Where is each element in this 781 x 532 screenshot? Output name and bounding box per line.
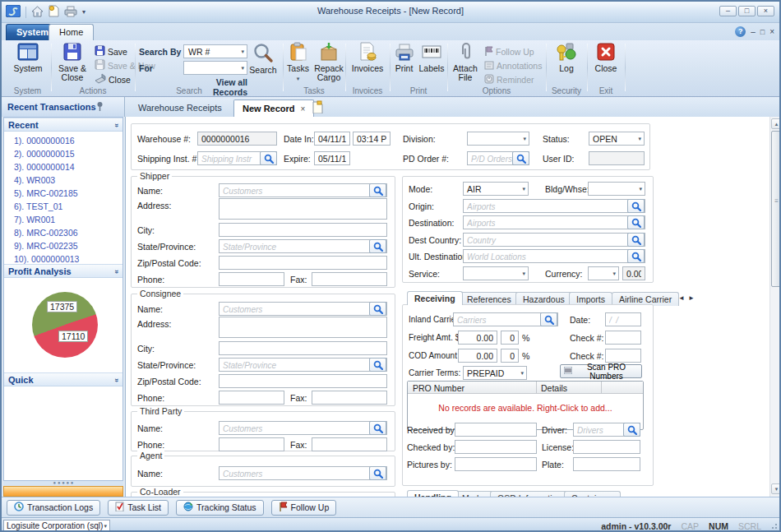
destination-field[interactable]	[463, 215, 645, 229]
resize-grip[interactable]	[769, 524, 777, 531]
shipper-state-field[interactable]	[219, 239, 387, 253]
expire-field[interactable]	[314, 151, 350, 165]
recent-item[interactable]: 1). 0000000016	[14, 136, 75, 146]
plate-field[interactable]	[573, 457, 640, 471]
third-party-fax-field[interactable]	[312, 437, 387, 451]
search-button[interactable]: Search	[246, 42, 280, 75]
shipper-phone-field[interactable]	[219, 272, 284, 286]
carrier-terms-combo[interactable]: PREPAID▾	[463, 366, 527, 380]
recent-item[interactable]: 9). MRC-002235	[14, 241, 78, 251]
lookup-icon[interactable]	[627, 233, 645, 247]
lookup-icon[interactable]	[512, 151, 529, 165]
minimize-button[interactable]: –	[719, 6, 737, 16]
recent-item[interactable]: 5). MRC-002185	[14, 188, 78, 198]
third-party-phone-field[interactable]	[219, 437, 284, 451]
recent-item[interactable]: 10). 0000000013	[14, 254, 79, 264]
transaction-logs-button[interactable]: Transaction Logs	[7, 500, 100, 516]
freight-amt-field[interactable]	[458, 331, 497, 345]
save-close-button[interactable]: Save & Close	[53, 42, 91, 82]
vertical-scrollbar[interactable]: ▲ ≡ ▼	[769, 117, 781, 497]
print-button[interactable]: Print	[390, 42, 418, 73]
tab-scroll-left-icon[interactable]: ◄	[678, 294, 685, 302]
receiving-date-field[interactable]	[605, 312, 641, 326]
task-list-button[interactable]: Task List	[108, 500, 169, 516]
tasks-button[interactable]: Tasks ▾	[284, 42, 312, 83]
collapse-icon[interactable]: »	[113, 377, 121, 381]
tab-home[interactable]: Home	[49, 24, 94, 40]
division-combo[interactable]: ▾	[467, 132, 529, 146]
shipper-fax-field[interactable]	[312, 272, 387, 286]
tab-marks[interactable]: Marks	[455, 491, 493, 497]
tab-containers[interactable]: Containers	[564, 491, 621, 497]
mode-combo[interactable]: AIR▾	[463, 182, 529, 196]
consignee-phone-field[interactable]	[219, 391, 284, 405]
follow-up-button[interactable]: Follow Up	[271, 500, 337, 516]
recent-item[interactable]: 6). TEST_01	[14, 201, 62, 211]
attach-file-button[interactable]: Attach File	[450, 42, 481, 82]
freight-pct-field[interactable]	[501, 331, 519, 345]
collapse-icon[interactable]: »	[113, 123, 121, 126]
user-id-field[interactable]	[589, 151, 645, 165]
lookup-icon[interactable]	[260, 151, 277, 165]
tab-scroll-right-icon[interactable]: ►	[688, 294, 695, 302]
pin-icon[interactable]	[96, 101, 104, 113]
lookup-icon[interactable]	[540, 312, 557, 326]
scrollbar-down-icon[interactable]: ▼	[771, 483, 781, 494]
lookup-icon[interactable]	[627, 199, 645, 213]
repack-cargo-button[interactable]: Repack Cargo	[312, 42, 346, 82]
bldg-whse-combo[interactable]: ▾	[588, 182, 645, 196]
lookup-icon[interactable]	[369, 421, 386, 435]
log-button[interactable]: Log	[549, 42, 584, 73]
lookup-icon[interactable]	[627, 249, 645, 263]
lookup-icon[interactable]	[369, 358, 386, 372]
lookup-icon[interactable]	[627, 215, 645, 229]
cod-check-field[interactable]	[605, 349, 641, 363]
cod-pct-field[interactable]	[501, 349, 519, 363]
new-tab-icon[interactable]	[312, 100, 323, 115]
consignee-fax-field[interactable]	[312, 391, 387, 405]
collapse-icon[interactable]: »	[113, 269, 121, 272]
shipper-zip-field[interactable]	[219, 256, 387, 270]
shipper-address-field[interactable]	[219, 198, 387, 220]
scrollbar-up-icon[interactable]: ▲	[771, 118, 781, 129]
maximize-button[interactable]: □	[738, 6, 756, 16]
received-by-field[interactable]	[455, 423, 537, 437]
search-by-combo[interactable]: WR #▾	[183, 44, 247, 58]
time-in-field[interactable]	[353, 132, 390, 146]
recent-section-header[interactable]: Recent»	[4, 118, 122, 132]
doc-tab-warehouse-receipts[interactable]: Warehouse Receipts	[130, 99, 230, 117]
recent-item[interactable]: 7). WR001	[14, 215, 55, 224]
recent-item[interactable]: 4). WR003	[14, 175, 55, 185]
cod-amt-field[interactable]	[458, 349, 497, 363]
ult-destination-field[interactable]	[463, 249, 645, 263]
close-window-button[interactable]: ×	[757, 6, 774, 16]
license-field[interactable]	[573, 440, 640, 454]
system-button[interactable]: System	[10, 42, 46, 73]
service-combo[interactable]: ▾	[463, 266, 529, 280]
close-exit-button[interactable]: Close	[589, 42, 622, 73]
tab-close-icon[interactable]: ×	[301, 104, 306, 113]
details-column-header[interactable]: Details	[541, 383, 567, 393]
lookup-icon[interactable]	[369, 466, 386, 480]
consignee-state-field[interactable]	[219, 358, 387, 372]
recent-item[interactable]: 3). 0000000014	[14, 162, 75, 172]
scrollbar-thumb[interactable]: ≡	[771, 131, 781, 287]
shipper-name-field[interactable]	[219, 183, 387, 197]
consignee-name-field[interactable]	[219, 302, 387, 316]
labels-button[interactable]: Labels	[418, 42, 446, 73]
status-combo[interactable]: OPEN▾	[589, 132, 645, 146]
lookup-icon[interactable]	[369, 183, 386, 197]
freight-check-field[interactable]	[605, 331, 641, 345]
tab-handling[interactable]: Handling	[407, 490, 459, 497]
quick-section-header[interactable]: Quick»	[4, 372, 122, 386]
mdi-close-icon[interactable]: ×	[769, 27, 774, 36]
lookup-icon[interactable]	[623, 423, 640, 437]
currency-combo[interactable]: ▾	[588, 266, 619, 280]
pro-number-column-header[interactable]: PRO Number	[413, 383, 464, 393]
tab-osd-information[interactable]: OSD Information	[490, 491, 569, 497]
tab-receiving[interactable]: Receiving	[407, 291, 463, 305]
warehouse-number-field[interactable]	[197, 132, 277, 146]
currency-amount-field[interactable]	[622, 266, 645, 280]
close-action-button[interactable]: Close	[95, 73, 131, 86]
origin-field[interactable]	[463, 199, 645, 213]
